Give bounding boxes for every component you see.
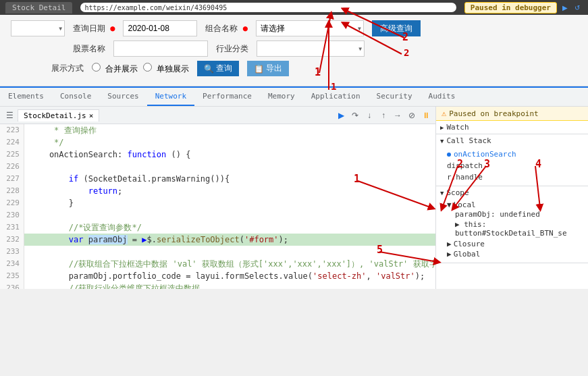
tab-audits[interactable]: Audits: [421, 87, 464, 106]
pause-on-exceptions-button[interactable]: ⏸: [419, 109, 433, 122]
stack-item-0[interactable]: onActionSearch: [447, 149, 583, 160]
radio-group: 合并展示 单独展示: [92, 63, 189, 75]
search-button[interactable]: 🔍 查询: [197, 61, 239, 76]
file-name: StockDetail.js: [24, 111, 86, 120]
export-icon: 📋: [254, 64, 264, 74]
local-scope-header[interactable]: ▼ Local: [447, 200, 583, 209]
stack-item-label-2: r.handle: [447, 173, 483, 182]
step-over-button[interactable]: ↺: [572, 2, 583, 13]
scope-arrow: ▼: [440, 190, 444, 196]
breakpoint-bar: ⚠ Paused on breakpoint: [436, 107, 588, 121]
active-dot: [447, 153, 451, 157]
resume-code-button[interactable]: ▶: [334, 109, 348, 122]
code-line-236: 236 //获取行业分类维度下拉框选中数据: [0, 282, 435, 289]
tab-sources[interactable]: Sources: [99, 87, 146, 106]
code-line-227: 227 if (SocketDetail.pramsWarning()){: [0, 173, 435, 185]
code-toolbar: ☰ StockDetail.js × ▶ ↷ ↓ ↑ → ⊘ ⏸: [0, 107, 435, 124]
code-lines: 223 * 查询操作 224 */ 225 onActionSearch: fu…: [0, 124, 435, 289]
scope-section: ▼ Scope ▼ Local paramObj: undefined ▶ th…: [436, 186, 588, 263]
app-wrapper: 查询日期 ● 组合名称 ● 请选择 高级查询 股票名称 行业分类: [0, 15, 588, 86]
scope-header[interactable]: ▼ Scope: [436, 186, 588, 199]
local-scope-group: ▼ Local paramObj: undefined ▶ this: butt…: [447, 200, 583, 238]
tab-security[interactable]: Security: [369, 87, 421, 106]
stack-item-1[interactable]: dispatch: [447, 160, 583, 171]
advanced-query-button[interactable]: 高级查询: [372, 20, 421, 36]
watch-section: ▶ Watch: [436, 121, 588, 134]
global-label: Global: [454, 250, 481, 259]
debug-controls: ▶ ↺: [560, 2, 583, 13]
stock-name-label: 股票名称: [73, 43, 105, 55]
tab-performance[interactable]: Performance: [194, 87, 260, 106]
step-over-code-button[interactable]: ↷: [348, 109, 362, 122]
tab-console[interactable]: Console: [52, 87, 99, 106]
devtools: Elements Console Sources Network Perform…: [0, 86, 588, 289]
code-line-223: 223 * 查询操作: [0, 124, 435, 136]
sidebar-toggle-button[interactable]: ☰: [3, 109, 16, 122]
tab-application[interactable]: Application: [303, 87, 369, 106]
call-stack-section: ▼ Call Stack onActionSearch dispatch r.h…: [436, 134, 588, 186]
code-line-225: 225 onActionSearch: function () {: [0, 149, 435, 161]
form-area: 查询日期 ● 组合名称 ● 请选择 高级查询 股票名称 行业分类: [0, 15, 588, 86]
form-row-1: 查询日期 ● 组合名称 ● 请选择 高级查询: [11, 20, 577, 36]
left-select-wrapper[interactable]: [11, 20, 65, 36]
call-stack-content: onActionSearch dispatch r.handle: [436, 147, 588, 186]
industry-select-wrapper[interactable]: [257, 41, 365, 57]
warning-icon: ⚠: [442, 109, 446, 118]
watch-label: Watch: [446, 123, 469, 132]
merge-radio-label[interactable]: 合并展示: [92, 63, 138, 75]
display-mode-label: 展示方式: [51, 63, 84, 74]
stock-name-input[interactable]: [113, 41, 208, 57]
industry-select[interactable]: [257, 41, 365, 57]
code-line-228: 228 return;: [0, 185, 435, 197]
close-file-button[interactable]: ×: [89, 111, 94, 120]
file-tab[interactable]: StockDetail.js ×: [18, 109, 99, 122]
browser-tab[interactable]: Stock Detail: [5, 2, 72, 14]
group-name-select[interactable]: 请选择: [256, 20, 364, 36]
code-line-230: 230: [0, 209, 435, 221]
step-into-button[interactable]: ↓: [363, 109, 376, 122]
global-scope-header[interactable]: ▶ Global: [447, 250, 583, 259]
devtools-body: ☰ StockDetail.js × ▶ ↷ ↓ ↑ → ⊘ ⏸: [0, 107, 588, 289]
tab-elements[interactable]: Elements: [0, 87, 52, 106]
stack-item-2[interactable]: r.handle: [447, 171, 583, 183]
code-line-231: 231 //*设置查询参数*/: [0, 221, 435, 234]
merge-radio[interactable]: [92, 63, 101, 72]
watch-arrow: ▶: [440, 124, 444, 131]
step-out-button[interactable]: ↑: [377, 109, 390, 122]
step-button[interactable]: →: [391, 109, 404, 122]
stack-item-label-1: dispatch: [447, 161, 483, 170]
form-row-3: 展示方式 合并展示 单独展示 🔍 查询 📋 导出: [11, 61, 577, 76]
call-stack-header[interactable]: ▼ Call Stack: [436, 134, 588, 147]
breakpoint-message: Paused on breakpoint: [449, 109, 538, 118]
single-radio-label[interactable]: 单独展示: [143, 63, 189, 75]
tab-memory[interactable]: Memory: [260, 87, 303, 106]
group-name-label: 组合名称 ●: [205, 23, 247, 34]
industry-label: 行业分类: [216, 43, 248, 55]
resume-button[interactable]: ▶: [560, 2, 570, 13]
code-line-224: 224 */: [0, 136, 435, 149]
query-date-label: 查询日期 ●: [73, 23, 115, 34]
query-date-input[interactable]: [123, 20, 197, 36]
group-name-select-wrapper[interactable]: 请选择: [256, 20, 364, 36]
paused-badge: Paused in debugger: [464, 2, 557, 14]
local-item-1: ▶ this: button#StockDetail_BTN_se: [455, 219, 583, 238]
local-item-0: paramObj: undefined: [455, 209, 583, 219]
call-stack-label: Call Stack: [446, 136, 491, 145]
local-label: Local: [454, 200, 476, 209]
stack-item-label-0: onActionSearch: [454, 150, 516, 159]
single-radio[interactable]: [143, 63, 152, 72]
closure-arrow: ▶: [447, 240, 452, 248]
deactivate-breakpoints-button[interactable]: ⊘: [405, 109, 419, 122]
tab-network[interactable]: Network: [147, 87, 194, 106]
closure-label: Closure: [454, 240, 485, 248]
call-stack-arrow: ▼: [440, 138, 444, 144]
export-button[interactable]: 📋 导出: [247, 61, 289, 76]
code-line-235: 235 paramObj.portfolio_code = layui.form…: [0, 270, 435, 282]
left-select[interactable]: [11, 20, 65, 36]
code-debug-buttons: ▶ ↷ ↓ ↑ → ⊘ ⏸: [334, 109, 433, 122]
closure-scope-header[interactable]: ▶ Closure: [447, 240, 583, 248]
address-bar: https://example.com/weixin/43690495: [80, 3, 456, 12]
scope-label: Scope: [446, 188, 469, 197]
right-panel: ⚠ Paused on breakpoint ▶ Watch ▼ Call St…: [436, 107, 588, 289]
watch-header[interactable]: ▶ Watch: [436, 121, 588, 134]
